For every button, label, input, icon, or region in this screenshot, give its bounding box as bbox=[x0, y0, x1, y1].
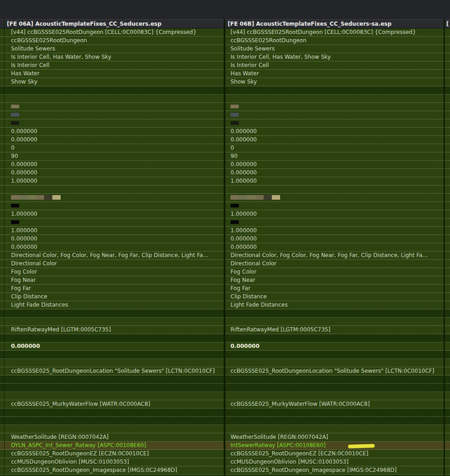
table-row[interactable] bbox=[445, 384, 450, 392]
table-row[interactable] bbox=[445, 144, 450, 152]
table-row[interactable] bbox=[445, 62, 450, 70]
table-row[interactable] bbox=[445, 128, 450, 136]
table-row[interactable] bbox=[0, 458, 4, 466]
table-row[interactable] bbox=[0, 62, 4, 70]
column-header-left-plugin[interactable]: [FE 06A] AcousticTemplateFixes_CC_Seduce… bbox=[5, 19, 224, 28]
table-row[interactable] bbox=[5, 218, 224, 227]
table-row[interactable]: 1.000000 bbox=[5, 210, 224, 218]
table-row[interactable] bbox=[445, 70, 450, 78]
column-header-right-plugin[interactable]: [FE 06B] AcousticTemplateFixes_CC_Seduce… bbox=[225, 19, 444, 28]
table-row[interactable] bbox=[445, 392, 450, 400]
table-row[interactable] bbox=[445, 466, 450, 475]
table-row[interactable] bbox=[0, 252, 4, 260]
table-row[interactable] bbox=[5, 185, 224, 194]
table-row[interactable] bbox=[445, 425, 450, 433]
table-row[interactable] bbox=[445, 252, 450, 260]
table-row[interactable] bbox=[0, 392, 4, 400]
table-row[interactable]: 0.000000 bbox=[225, 161, 444, 169]
table-row[interactable] bbox=[0, 375, 4, 384]
table-row[interactable] bbox=[0, 243, 4, 252]
table-row[interactable] bbox=[0, 433, 4, 442]
table-row[interactable] bbox=[445, 161, 450, 169]
table-row[interactable] bbox=[445, 177, 450, 185]
table-row[interactable] bbox=[225, 86, 444, 95]
table-row[interactable]: Show Sky bbox=[5, 78, 224, 86]
table-row[interactable] bbox=[5, 202, 224, 210]
table-row[interactable] bbox=[445, 202, 450, 210]
table-row[interactable] bbox=[0, 342, 4, 351]
table-row[interactable] bbox=[5, 359, 224, 367]
table-row[interactable] bbox=[5, 409, 224, 417]
table-row[interactable]: RiftenRatwayMed [LGTM:0005C735] bbox=[225, 326, 444, 334]
table-row[interactable]: ccBGSSSE025_MurkyWaterFlow [WATR:0C000AC… bbox=[225, 400, 444, 409]
table-row[interactable]: ccBGSSSE025_RootDungeonEZ [ECZN:0C0010CE… bbox=[225, 450, 444, 458]
table-row[interactable] bbox=[445, 119, 450, 128]
table-row[interactable] bbox=[5, 392, 224, 400]
table-row[interactable] bbox=[225, 309, 444, 318]
table-row[interactable] bbox=[5, 103, 224, 111]
table-row[interactable]: Show Sky bbox=[225, 78, 444, 86]
table-row[interactable] bbox=[5, 111, 224, 119]
table-row[interactable] bbox=[225, 218, 444, 227]
table-row[interactable] bbox=[225, 95, 444, 103]
table-row[interactable] bbox=[5, 119, 224, 128]
table-row[interactable]: 0.000000 bbox=[225, 243, 444, 252]
table-row[interactable]: Solitude Sewers bbox=[225, 45, 444, 53]
table-row[interactable] bbox=[225, 185, 444, 194]
table-row[interactable] bbox=[0, 128, 4, 136]
table-row[interactable] bbox=[0, 78, 4, 86]
table-row[interactable]: 0.000000 bbox=[225, 235, 444, 243]
table-row[interactable] bbox=[5, 334, 224, 342]
table-row[interactable] bbox=[0, 218, 4, 227]
table-row[interactable] bbox=[445, 169, 450, 177]
table-row[interactable] bbox=[0, 144, 4, 152]
table-row[interactable]: 1.000000 bbox=[5, 227, 224, 235]
table-row[interactable] bbox=[445, 86, 450, 95]
table-row[interactable] bbox=[0, 86, 4, 95]
table-row[interactable] bbox=[445, 136, 450, 144]
table-row[interactable] bbox=[5, 194, 224, 202]
table-row[interactable]: Fog Far bbox=[225, 285, 444, 293]
table-row[interactable]: Directional Color bbox=[5, 260, 224, 268]
table-row[interactable] bbox=[5, 86, 224, 95]
table-row[interactable] bbox=[0, 119, 4, 128]
table-row[interactable] bbox=[445, 375, 450, 384]
table-row[interactable] bbox=[0, 425, 4, 433]
table-row[interactable] bbox=[445, 458, 450, 466]
table-row[interactable] bbox=[0, 111, 4, 119]
table-row[interactable] bbox=[5, 351, 224, 359]
table-row[interactable]: 0.000000 bbox=[225, 169, 444, 177]
table-row[interactable] bbox=[0, 301, 4, 309]
table-row[interactable] bbox=[0, 276, 4, 285]
table-row[interactable]: ccMUSDungeonOblivion [MUSC:01003053] bbox=[225, 458, 444, 466]
table-row[interactable] bbox=[445, 400, 450, 409]
table-row[interactable] bbox=[0, 210, 4, 218]
table-row[interactable] bbox=[445, 260, 450, 268]
table-row[interactable] bbox=[225, 202, 444, 210]
table-row[interactable] bbox=[0, 53, 4, 62]
table-row[interactable] bbox=[0, 185, 4, 194]
table-row[interactable]: Is Interior Cell, Has Water, Show Sky bbox=[225, 53, 444, 62]
table-row[interactable]: Fog Color bbox=[225, 268, 444, 276]
table-row[interactable] bbox=[0, 334, 4, 342]
table-row[interactable]: 0.000000 bbox=[5, 128, 224, 136]
table-row[interactable]: ccMUSDungeonOblivion [MUSC:01003053] bbox=[5, 458, 224, 466]
table-row[interactable]: ccBGSSSE025RootDungeon bbox=[225, 37, 444, 45]
table-row[interactable] bbox=[445, 318, 450, 326]
table-row[interactable] bbox=[0, 417, 4, 425]
table-row[interactable] bbox=[0, 367, 4, 375]
table-row[interactable]: 1.000000 bbox=[5, 177, 224, 185]
table-row[interactable]: 90 bbox=[5, 152, 224, 161]
table-row[interactable] bbox=[445, 276, 450, 285]
table-row[interactable]: ccBGSSSE025_RootDungeonLocation "Solitud… bbox=[225, 367, 444, 375]
table-row[interactable] bbox=[0, 260, 4, 268]
table-row[interactable]: Solitude Sewers bbox=[5, 45, 224, 53]
table-row[interactable] bbox=[445, 227, 450, 235]
table-row[interactable]: Fog Near bbox=[5, 276, 224, 285]
table-row[interactable] bbox=[0, 227, 4, 235]
table-row[interactable]: Directional Color, Fog Color, Fog Near, … bbox=[225, 252, 444, 260]
table-row[interactable] bbox=[445, 53, 450, 62]
table-row[interactable] bbox=[445, 268, 450, 276]
table-row[interactable] bbox=[0, 442, 4, 450]
table-row[interactable]: Has Water bbox=[225, 70, 444, 78]
